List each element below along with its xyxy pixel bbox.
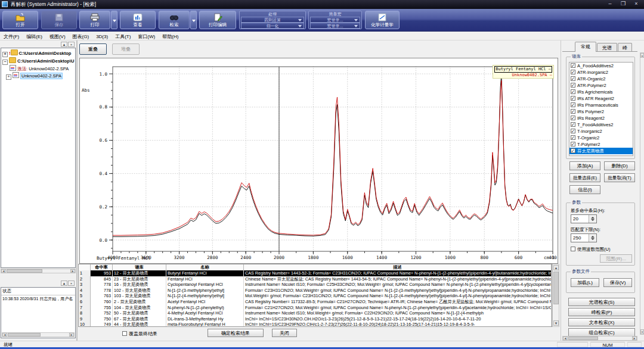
scroll-left-icon[interactable]: ◄ (2, 333, 7, 336)
menu-item-3[interactable]: 图表(G) (69, 34, 93, 39)
checkbox-icon[interactable] (571, 76, 575, 81)
macro-record-dropdown-1[interactable]: 宏登录... (310, 17, 360, 23)
spectrum-chart[interactable]: 4000360032002800240020001800160014001200… (79, 58, 558, 264)
checkbox-icon[interactable] (571, 129, 575, 133)
checkbox-icon[interactable] (571, 83, 575, 88)
menu-item-7[interactable]: 帮助(H) (159, 34, 182, 39)
expand-icon[interactable]: + (6, 74, 11, 80)
macro-record-dropdown-2[interactable]: 宏登录... (310, 23, 360, 29)
scroll-up-icon[interactable]: ▲ (553, 265, 559, 270)
search-results-table[interactable]: 命中率谱库名称描述195312 - 芬太尼类物质Butyryl Fentanyl… (78, 264, 552, 327)
scroll-left-icon[interactable]: ◄ (1, 269, 6, 273)
checkbox-icon[interactable] (571, 70, 575, 74)
scroll-right-icon[interactable]: ► (69, 333, 74, 336)
checkbox-icon[interactable] (571, 148, 575, 153)
overwrite-results-checkbox[interactable]: 覆盖最终结果 (122, 331, 157, 337)
use-range-checkbox[interactable]: 使用波数范围(U) (571, 247, 610, 253)
chart-legend[interactable]: Butyryl Fentanyl HCl —Unknow0402.SPA — (493, 65, 554, 79)
checkbox-icon[interactable] (571, 63, 575, 68)
arithmetic-dropdown[interactable]: 四则运算 (241, 17, 304, 23)
checkbox-icon[interactable] (571, 102, 575, 107)
checkbox-icon[interactable] (571, 96, 575, 101)
library-list[interactable]: A_FoodAdditives2ATR-Inorganic2ATR-Organi… (569, 62, 633, 156)
confirm-search-results-button[interactable]: 确定检索结果 (208, 329, 264, 337)
library-item-13[interactable]: 芬太尼类物质 (569, 148, 633, 154)
library-item-3[interactable]: ATR-Polymer2 (569, 82, 633, 89)
menu-item-0[interactable]: 文件(F) (0, 34, 23, 39)
result-row-10[interactable]: 1074944 - 芬太尼类物质meta-Fluorobutyryl Fenta… (79, 322, 552, 327)
tab-general[interactable]: 常规 (575, 42, 596, 52)
panel-horizontal-scrollbar[interactable]: ◄ ► (562, 336, 637, 341)
normalize-dropdown[interactable]: 归一化 (241, 23, 304, 29)
load-params-button[interactable]: 加载(L) (571, 278, 599, 287)
scroll-right-icon[interactable]: ► (70, 269, 75, 273)
table-vertical-scrollbar[interactable]: ▲ ▼ (552, 264, 559, 327)
legend-entry-0[interactable]: Butyryl Fentanyl HCl — (494, 66, 552, 73)
batch-cancel-button[interactable]: 批量取消(T) (604, 173, 635, 182)
batch-select-button[interactable]: 批量选择(E) (569, 173, 600, 182)
checkbox-icon[interactable] (571, 247, 575, 251)
checkbox-icon[interactable] (571, 135, 575, 140)
scroll-down-icon[interactable]: ▼ (640, 329, 644, 334)
print-edit-button[interactable]: 打印编辑 (199, 11, 236, 29)
stack-view-button[interactable]: 堆叠 (112, 43, 140, 55)
library-item-9[interactable]: T_FoodAdditives2 (569, 121, 633, 128)
close-search-button[interactable]: 关闭 (272, 329, 297, 337)
checkbox-icon[interactable] (571, 142, 575, 147)
tab-spectrum[interactable]: 光谱 (597, 43, 617, 52)
library-item-7[interactable]: IRs Polymer2 (569, 108, 633, 115)
library-item-12[interactable]: T-Polymer2 (569, 141, 633, 148)
menu-item-5[interactable]: 工具(T) (112, 34, 134, 39)
panel-close-icon[interactable]: × (68, 42, 75, 47)
checkbox-icon[interactable] (571, 122, 575, 127)
result-row-8[interactable]: 875250 - 芬太尼类物质4-Methyl Acetyl Fentanyl … (79, 310, 552, 316)
result-row-4[interactable]: 4778102 - 芬太尼类物质N-[1-[2-(3-methylphenyl)… (79, 288, 552, 294)
library-item-10[interactable]: T-Inorganic2 (569, 128, 633, 135)
stepper-arrows-icon[interactable] (589, 215, 596, 223)
status-horizontal-scrollbar[interactable]: ◄ ► (2, 332, 75, 337)
tab-peak[interactable]: 峰 (618, 43, 632, 52)
view-button[interactable]: 查看 (120, 11, 156, 29)
search-mode-button-3[interactable]: 组合检索(C) (568, 328, 635, 336)
library-item-0[interactable]: A_FoodAdditives2 (569, 63, 633, 69)
checkbox-icon[interactable] (122, 331, 127, 336)
tree-item-folder[interactable]: −C:\Users\Admin\Desktop\U (2, 57, 75, 65)
search-dropdown[interactable] (190, 11, 197, 29)
remove-library-button[interactable]: 删除(D) (604, 161, 635, 170)
info-button[interactable]: 信息(I) (569, 185, 600, 194)
chemometrics-button[interactable]: 化学计量学 (365, 11, 400, 29)
result-row-7[interactable]: 7755104 - 芬太尼类物质N-phenyl-N-[1-(2-phenyle… (79, 305, 552, 311)
menu-item-1[interactable]: 编辑(E) (23, 34, 46, 39)
result-row-5[interactable]: 5763103 - 芬太尼类物质N-[1-[2-(4-methylphenyl)… (79, 293, 552, 299)
result-row-3[interactable]: 377816 - 芬太尼类物质Cyclopentanoyl Fentanyl H… (79, 282, 552, 288)
tree-item-spectrum[interactable]: +Unknow0402-2.SPA (6, 72, 75, 80)
search-mode-button-0[interactable]: 光谱检索(S) (568, 298, 635, 306)
status-collapse-icon[interactable]: ▲ (61, 281, 67, 286)
add-library-button[interactable]: 添加(A) (569, 161, 600, 170)
checkbox-icon[interactable] (571, 109, 575, 114)
save-button[interactable]: 保存 (41, 11, 77, 29)
checkbox-icon[interactable] (571, 116, 575, 120)
menu-item-4[interactable]: 3D(3) (92, 34, 112, 39)
result-row-1[interactable]: 195312 - 芬太尼类物质Butyryl Fentanyl HClCAS R… (79, 270, 552, 276)
minimize-button[interactable]: – (603, 0, 617, 8)
scroll-left-icon[interactable]: ◄ (563, 336, 568, 340)
result-row-2[interactable]: 284523 - 芬太尼类物质Fentanyl HClChinese Name=… (79, 276, 552, 282)
tree-item-active-spectrum[interactable]: 激活: Unknow0402-2.SPA (10, 65, 75, 72)
checkbox-icon[interactable] (571, 89, 575, 94)
max-hits-stepper[interactable]: 20 (571, 214, 597, 223)
search-mode-button-1[interactable]: 峰检索(P) (568, 308, 635, 316)
library-item-4[interactable]: IRs Agrichemicals (569, 89, 633, 95)
menu-item-2[interactable]: 视图(V) (46, 34, 69, 39)
legend-entry-1[interactable]: Unknow0402.SPA — (494, 73, 552, 78)
tree-item-desktop[interactable]: +!C:\Users\Admin\Desktop (2, 49, 75, 57)
stepper-arrows-icon[interactable] (589, 234, 596, 242)
library-item-11[interactable]: T-Organic2 (569, 135, 633, 141)
search-button[interactable]: 检索 (159, 11, 190, 29)
scroll-up-icon[interactable]: ▲ (640, 53, 644, 58)
range-button[interactable]: 范围(R)... (600, 254, 632, 263)
tree-horizontal-scrollbar[interactable]: ◄ ► (1, 269, 76, 273)
scroll-down-icon[interactable]: ▼ (553, 320, 559, 326)
min-match-stepper[interactable]: 250 (571, 233, 597, 242)
panel-collapse-icon[interactable]: ▲ (61, 42, 67, 47)
